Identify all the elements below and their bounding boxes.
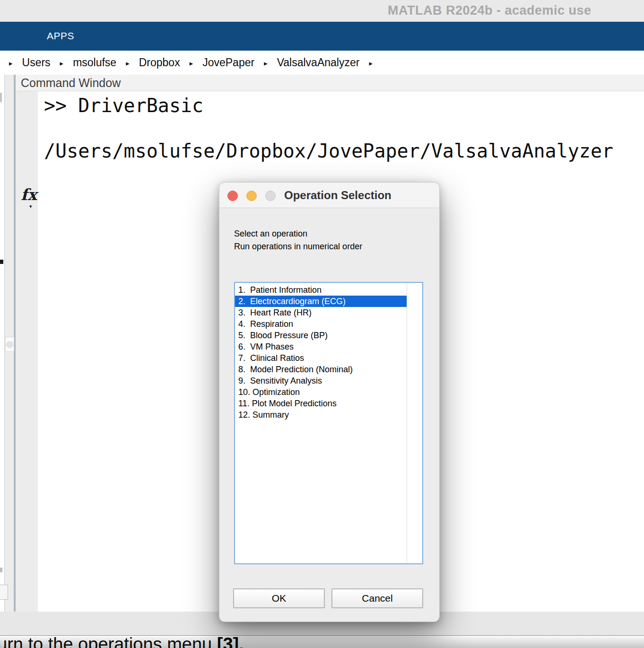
- tab-apps[interactable]: APPS: [47, 30, 74, 42]
- current-folder-breadcrumb: ▸ Users ▸ msolufse ▸ Dropbox ▸ JovePaper…: [0, 51, 644, 75]
- breadcrumb-item-valsalvaanalyzer[interactable]: ValsalvaAnalyzer: [277, 56, 360, 69]
- breadcrumb-separator-icon[interactable]: ▸: [126, 59, 130, 68]
- instruction-line-2: Run operations in numerical order: [234, 240, 362, 253]
- list-item-sensitivity-analysis[interactable]: 9. Sensitivity Analysis: [235, 375, 407, 386]
- splitter-grip-icon: [6, 341, 13, 348]
- close-button[interactable]: [227, 191, 238, 201]
- cancel-button[interactable]: Cancel: [331, 588, 423, 608]
- list-item-plot-model-predictions[interactable]: 11. Plot Model Predictions: [235, 398, 407, 409]
- list-item-electrocardiogram[interactable]: 2. Electrocardiogram (ECG): [235, 296, 407, 307]
- command-window-title: Command Window: [21, 76, 121, 90]
- command-output-line: /Users/msolufse/Dropbox/JovePaper/Valsal…: [44, 140, 613, 162]
- minimize-button[interactable]: [246, 191, 257, 201]
- command-prompt-line[interactable]: >> DriverBasic: [44, 95, 203, 116]
- ok-button[interactable]: OK: [233, 588, 325, 608]
- command-window-header[interactable]: Command Window: [16, 75, 644, 91]
- breadcrumb-separator-icon[interactable]: ▸: [60, 59, 64, 68]
- list-item-heart-rate[interactable]: 3. Heart Rate (HR): [235, 307, 407, 318]
- breadcrumb-separator-icon[interactable]: ▸: [9, 59, 13, 68]
- left-edge-tick: [0, 93, 2, 102]
- fx-function-button[interactable]: fx ▾: [21, 185, 40, 210]
- breadcrumb-separator-icon[interactable]: ▸: [369, 59, 373, 68]
- breadcrumb-item-users[interactable]: Users: [22, 56, 51, 69]
- list-item-blood-pressure[interactable]: 5. Blood Pressure (BP): [235, 330, 407, 341]
- listbox-scrollbar-track[interactable]: [407, 283, 422, 563]
- background-window-fragment: [0, 585, 8, 600]
- command-window-gutter: [16, 91, 38, 612]
- splitter-handle[interactable]: [5, 337, 14, 352]
- list-item-vm-phases[interactable]: 6. VM Phases: [235, 341, 407, 352]
- left-panel-sliver: [0, 75, 4, 612]
- list-item-summary[interactable]: 12. Summary: [235, 409, 407, 420]
- dialog-instructions: Select an operation Run operations in nu…: [234, 228, 362, 253]
- breadcrumb-separator-icon[interactable]: ▸: [264, 59, 268, 68]
- list-item-optimization[interactable]: 10. Optimization: [235, 386, 407, 398]
- breadcrumb-item-msolufse[interactable]: msolufse: [73, 56, 116, 69]
- window-title: MATLAB R2024b - academic use: [388, 3, 592, 18]
- chevron-down-icon: ▾: [29, 203, 32, 210]
- zoom-button: [265, 191, 276, 201]
- breadcrumb-item-jovepaper[interactable]: JovePaper: [202, 56, 254, 69]
- breadcrumb-separator-icon[interactable]: ▸: [190, 59, 193, 68]
- dialog-title: Operation Selection: [284, 189, 392, 202]
- background-window-fragment: [0, 260, 3, 264]
- breadcrumb-item-dropbox[interactable]: Dropbox: [139, 56, 180, 69]
- instruction-line-1: Select an operation: [234, 228, 362, 240]
- list-item-patient-information[interactable]: 1. Patient Information: [235, 284, 407, 296]
- list-item-model-prediction[interactable]: 8. Model Prediction (Nominal): [235, 364, 407, 375]
- list-item-clinical-ratios[interactable]: 7. Clinical Ratios: [235, 352, 407, 364]
- fx-icon: fx: [21, 185, 37, 204]
- toolstrip-ribbon: [0, 22, 644, 51]
- operation-listbox[interactable]: 1. Patient Information 2. Electrocardiog…: [234, 282, 423, 564]
- listbox-items: 1. Patient Information 2. Electrocardiog…: [235, 284, 407, 420]
- list-item-respiration[interactable]: 4. Respiration: [235, 318, 407, 330]
- operation-selection-dialog: Operation Selection Select an operation …: [219, 182, 440, 622]
- left-edge-tick: [0, 568, 2, 572]
- background-window-text: urn to the operations menu [3].: [0, 634, 244, 648]
